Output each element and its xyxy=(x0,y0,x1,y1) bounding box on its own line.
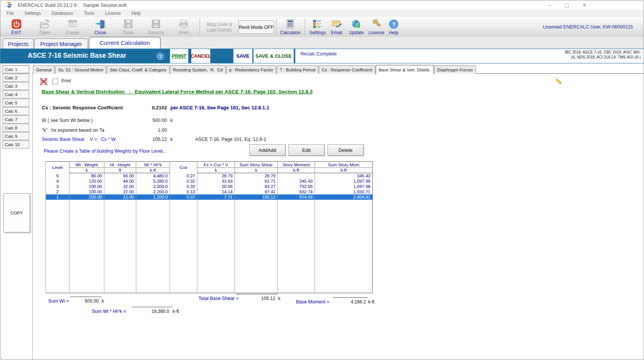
col-fx[interactable]: Fx = Cvx * V xyxy=(197,162,235,168)
open-button[interactable]: Open xyxy=(31,18,58,36)
menu-databases[interactable]: Databases xyxy=(52,11,73,16)
calculation-header-bar: ASCE 7-16 Seismic Base Shear ? PRINT CAN… xyxy=(0,49,644,63)
col-story-moment[interactable]: Story Moment xyxy=(278,162,315,168)
sidebar-calc-5[interactable]: Calc 5 xyxy=(3,99,29,107)
tab-current-calculation[interactable]: Current Calculation xyxy=(89,37,161,49)
update-globe-icon xyxy=(351,19,362,29)
table-row[interactable]: 2100.0022.002,200.00.1314.1497.41832.741… xyxy=(46,189,373,194)
maximize-button[interactable]: ▢ xyxy=(561,2,573,8)
table-row[interactable]: 4120.0044.005,280.00.3233.9362.71345.431… xyxy=(46,178,373,184)
close-button[interactable]: Close xyxy=(87,18,114,36)
w-unit: k xyxy=(170,118,173,123)
unit-fx: k xyxy=(197,168,235,173)
menu-bar: File Settings Databases Tools License He… xyxy=(0,9,644,17)
table-row-selected[interactable]: 1100.0012.001,200.00.077.71105.12974.092… xyxy=(46,194,373,200)
license-button[interactable]: License xyxy=(366,18,387,36)
new-window-icon xyxy=(67,19,78,29)
base-shear-label: Seismic Base Shear V = Cs * W xyxy=(42,137,116,142)
toolbar-separator xyxy=(305,18,305,36)
edit-button[interactable]: Edit xyxy=(288,144,324,156)
save-close-action-button[interactable]: SAVE & CLOSE xyxy=(254,49,294,63)
base-shear-value: 105.12 xyxy=(126,137,167,142)
enercalc-logo-icon xyxy=(6,2,13,8)
k-exponent-value: 1.00 xyxy=(126,128,167,133)
subtab-ground-motion[interactable]: Ss, S1 : Ground Motion xyxy=(55,65,107,74)
subtab-building-period[interactable]: T : Building Period xyxy=(277,65,318,74)
tab-project-manager[interactable]: Project Manager xyxy=(34,38,88,49)
floppy-disk-question-icon: ? xyxy=(151,19,161,29)
subtab-resisting-system[interactable]: Resisting System, R, Cd xyxy=(170,65,226,74)
save-button[interactable]: Save xyxy=(115,18,142,36)
sidebar-calc-2[interactable]: Calc 2 xyxy=(3,74,29,82)
svg-text:?: ? xyxy=(155,24,157,28)
subtab-base-shear-vert-distrib[interactable]: Base Shear & Vert. Distrib. xyxy=(376,65,434,74)
table-row[interactable]: 580.0056.004,480.00.2728.7928.79345.43 xyxy=(46,173,373,179)
copy-button[interactable]: COPY xyxy=(3,193,30,232)
toolbar-separator xyxy=(200,18,200,36)
sidebar-calc-8[interactable]: Calc 8 xyxy=(3,124,29,132)
subtab-response-coefficient[interactable]: Cs : Response Coefficient xyxy=(319,65,375,74)
subtab-diaphragm-forces[interactable]: Diaphragm Forces xyxy=(434,65,476,74)
col-weight[interactable]: Wi : Weight xyxy=(69,162,104,168)
sidebar-calc-10[interactable]: Calc 10 xyxy=(3,141,29,148)
menu-tools[interactable]: Tools xyxy=(84,11,94,16)
saveas-button[interactable]: ? SaveAs xyxy=(142,18,170,36)
exit-button[interactable]: EXIT xyxy=(3,18,30,36)
sum-wi-value: 500.00 xyxy=(70,298,99,304)
menu-file[interactable]: File xyxy=(6,11,14,16)
exit-door-icon xyxy=(95,19,105,29)
base-moment-value: 4,166.2 xyxy=(333,299,366,305)
unit-sum-story-mom: k-ft xyxy=(315,168,373,173)
total-base-shear-unit: k xyxy=(278,296,280,301)
calculator-button[interactable]: Calculator xyxy=(279,18,302,36)
print-button[interactable]: Print xyxy=(170,18,197,36)
minimize-button[interactable]: – xyxy=(544,2,555,8)
w-value: 500.00 xyxy=(126,118,167,123)
print-checkbox-label: Print xyxy=(61,78,71,84)
col-wihik[interactable]: Wi * Hi^k xyxy=(136,162,170,168)
menu-license[interactable]: License xyxy=(105,11,121,16)
delete-button[interactable]: Delete xyxy=(328,144,364,156)
tab-projects[interactable]: Projects xyxy=(3,38,34,49)
menu-settings[interactable]: Settings xyxy=(24,11,41,16)
w-label: W ( see Sum Wi below ) xyxy=(42,118,93,123)
settings-button[interactable]: Settings xyxy=(307,18,328,36)
add-button[interactable]: AddAdd xyxy=(249,144,285,156)
calc-subtab-strip: General Ss, S1 : Ground Motion Site Clas… xyxy=(33,65,476,74)
col-sum-story-mom[interactable]: Sum Story Mom xyxy=(315,162,373,168)
table-empty-area xyxy=(46,200,373,293)
header-help-icon[interactable]: ? xyxy=(157,53,164,60)
create-button[interactable]: Create xyxy=(59,18,86,36)
close-window-button[interactable]: ✕ xyxy=(579,2,590,8)
update-button[interactable]: Update xyxy=(346,18,367,36)
subtab-general[interactable]: General xyxy=(33,65,55,74)
base-moment-label: Base Moment = xyxy=(296,299,329,305)
bldg-code-load-combs-button[interactable]: Bldg Code & Load Combs xyxy=(203,22,236,33)
print-action-button[interactable]: PRINT xyxy=(170,49,188,63)
col-height[interactable]: Hi : Height xyxy=(104,162,136,168)
help-button[interactable]: ? Help xyxy=(385,18,402,36)
cs-value: 0.2102 xyxy=(126,105,167,111)
email-button[interactable]: Email xyxy=(327,18,346,36)
menu-help[interactable]: Help xyxy=(131,11,141,16)
sidebar-calc-1[interactable]: Calc 1 xyxy=(3,65,29,73)
table-row[interactable]: 3100.0032.003,200.00.2020.5683.27752.551… xyxy=(46,184,373,189)
sidebar-calc-3[interactable]: Calc 3 xyxy=(3,82,29,90)
subtab-site-class[interactable]: Site Class, Coeff. & Category xyxy=(107,65,169,74)
settings-list-icon xyxy=(312,19,323,29)
sidebar-calc-7[interactable]: Calc 7 xyxy=(3,115,29,123)
sidebar-calc-6[interactable]: Calc 6 xyxy=(3,107,29,115)
print-checkbox[interactable] xyxy=(52,79,58,84)
revit-mode-button[interactable]: Revit Mode OFF xyxy=(238,21,274,34)
subtab-redundancy-factor[interactable]: p : Redundancy Factor xyxy=(226,65,276,74)
k-exponent-label: "k" : hx exponent based on Ta xyxy=(42,128,104,133)
sidebar-calc-9[interactable]: Calc 9 xyxy=(3,132,29,140)
save-action-button[interactable]: SAVE xyxy=(233,49,252,63)
col-sum-story-shear[interactable]: Sum Story Shear xyxy=(235,162,278,168)
edit-pencil-icon[interactable] xyxy=(554,77,562,85)
col-cvx[interactable]: Cvx xyxy=(170,162,197,173)
cancel-action-button[interactable]: CANCEL xyxy=(191,49,210,63)
no-print-icon xyxy=(39,77,49,86)
sidebar-calc-4[interactable]: Calc 4 xyxy=(3,90,29,98)
col-level[interactable]: Level xyxy=(46,162,69,173)
